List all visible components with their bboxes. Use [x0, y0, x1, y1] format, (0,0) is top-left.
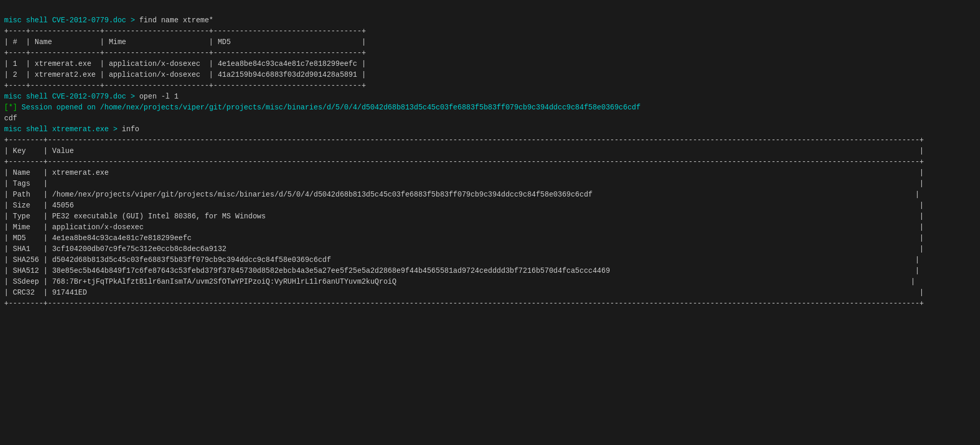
terminal-line-border2: +----+----------------+-----------------…: [4, 48, 976, 59]
terminal-line-header1: | # | Name | Mime | MD5 |: [4, 37, 976, 48]
terminal-line-cmd2: misc shell CVE-2012-0779.doc > open -l 1: [4, 91, 976, 102]
info-bracket: [*]: [4, 103, 17, 112]
terminal-line-info_size: | Size | 45056: [4, 200, 976, 211]
terminal-line-info_path: | Path | /home/nex/projects/viper/git/pr…: [4, 189, 976, 200]
terminal-line-info_sha1: | SHA1 | 3cf104200db07c9fe75c312e0ccb8c8…: [4, 244, 976, 255]
terminal-line-border5: +--------+------------------------------…: [4, 157, 976, 168]
terminal-line-border3: +----+----------------+-----------------…: [4, 80, 976, 91]
terminal-line-info_crc32: | CRC32 | 917441ED: [4, 287, 976, 298]
command-prefix: misc shell CVE-2012-0779.doc >: [4, 16, 135, 24]
terminal-line-info_type: | Type | PE32 executable (GUI) Intel 803…: [4, 211, 976, 222]
terminal-line-info_md5: | MD5 | 4e1ea8be84c93ca4e81c7e818299eefc: [4, 233, 976, 244]
terminal-line-border4: +--------+------------------------------…: [4, 135, 976, 146]
terminal-line-info_tags: | Tags |: [4, 178, 976, 189]
command-prefix: misc shell CVE-2012-0779.doc >: [4, 92, 135, 101]
command-prefix: misc shell xtremerat.exe >: [4, 125, 117, 133]
command-text: open -l 1: [135, 92, 178, 101]
terminal-line-border1: +----+----------------+-----------------…: [4, 26, 976, 37]
terminal-line-session: [*] Session opened on /home/nex/projects…: [4, 102, 976, 113]
terminal-output: misc shell CVE-2012-0779.doc > find name…: [4, 4, 976, 309]
terminal-line-border6: +--------+------------------------------…: [4, 298, 976, 309]
info-text: Session opened on /home/nex/projects/vip…: [17, 103, 640, 112]
terminal-line-info_sha512: | SHA512 | 38e85ec5b464b849f17c6fe87643c…: [4, 266, 976, 276]
terminal-line-header2: | Key | Value: [4, 146, 976, 157]
terminal-line-row1: | 1 | xtremerat.exe | application/x-dose…: [4, 59, 976, 69]
command-text: info: [117, 125, 139, 133]
terminal-line-row2: | 2 | xtremerat2.exe | application/x-dos…: [4, 69, 976, 80]
terminal-line-info_ssdeep: | SSdeep | 768:7Br+tjFqTPkAlfztB1lr6anIs…: [4, 276, 976, 287]
command-text: find name xtreme*: [135, 16, 213, 24]
terminal-line-info_name: | Name | xtremerat.exe: [4, 168, 976, 178]
terminal-line-cmd1: misc shell CVE-2012-0779.doc > find name…: [4, 15, 976, 26]
terminal-line-cmd3: misc shell xtremerat.exe > info: [4, 124, 976, 135]
terminal-line-info_mime: | Mime | application/x-dosexec: [4, 222, 976, 233]
terminal-line-cdf: cdf: [4, 113, 976, 124]
terminal-line-info_sha256: | SHA256 | d5042d68b813d5c45c03fe6883f5b…: [4, 255, 976, 266]
